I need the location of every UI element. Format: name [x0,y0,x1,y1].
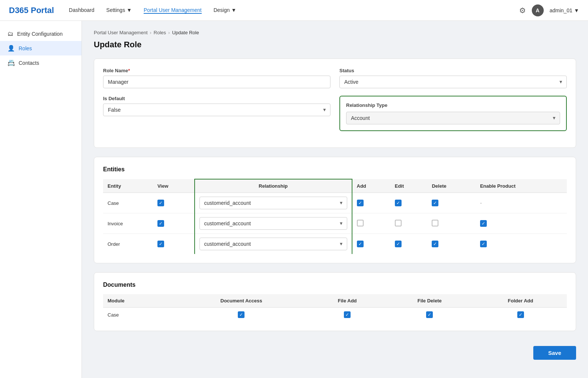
table-row: Invoice ✓ customerid_account ▼ [103,213,567,234]
sidebar-item-contacts[interactable]: 📇 Contacts [0,55,82,70]
table-row: Case ✓ ✓ ✓ ✓ [103,308,567,322]
col-document-access: Document Access [173,294,310,308]
add-checkbox[interactable] [357,220,364,226]
relationship-type-select[interactable]: Account Contact [346,112,560,124]
add-checkbox[interactable]: ✓ [357,241,364,247]
breadcrumb-separator: › [168,30,170,35]
status-group: Status Active Inactive ▼ [339,68,567,88]
cell-add: ✓ [352,234,390,254]
form-row-2: Is Default False True ▼ Relationship Typ… [103,96,567,131]
cell-view: ✓ [153,213,195,234]
col-folder-add: Folder Add [474,294,567,308]
status-select-wrapper: Active Inactive ▼ [339,76,567,88]
cell-module: Case [103,308,173,322]
cell-entity: Order [103,234,153,254]
is-default-select-wrapper: False True ▼ [103,104,330,116]
is-default-label: Is Default [103,96,330,101]
cell-edit: ✓ [390,193,428,213]
role-name-input[interactable] [103,76,330,88]
role-name-group: Role Name* [103,68,330,88]
cell-relationship: customerid_account ▼ [195,234,352,254]
top-navigation: D365 Portal Dashboard Settings ▼ Portal … [0,0,588,21]
cell-delete: ✓ [427,193,475,213]
main-content: Portal User Management › Roles › Update … [82,21,588,378]
is-default-group: Is Default False True ▼ [103,96,330,131]
roles-icon: 👤 [7,45,15,52]
file-add-checkbox[interactable]: ✓ [344,311,351,318]
is-default-select[interactable]: False True [103,104,330,116]
required-indicator: * [128,68,130,73]
breadcrumb-current: Update Role [172,30,199,35]
save-button[interactable]: Save [533,346,576,360]
cell-edit [390,213,428,234]
edit-checkbox[interactable]: ✓ [395,241,402,247]
col-enable-product: Enable Product [476,179,567,193]
cell-delete [427,213,475,234]
cell-view: ✓ [153,234,195,254]
cell-edit: ✓ [390,234,428,254]
status-select[interactable]: Active Inactive [339,76,567,88]
relationship-type-select-wrapper: Account Contact ▼ [346,112,560,124]
delete-checkbox[interactable]: ✓ [432,241,438,247]
relationship-type-group: Relationship Type Account Contact ▼ [339,96,567,131]
edit-checkbox[interactable]: ✓ [395,200,402,206]
nav-design[interactable]: Design ▼ [214,7,236,14]
document-access-checkbox[interactable]: ✓ [238,311,245,318]
relationship-select-wrapper: customerid_account ▼ [199,238,347,250]
sidebar-item-entity-configuration[interactable]: 🗂 Entity Configuration [0,27,82,41]
relationship-select-wrapper: customerid_account ▼ [199,217,347,230]
col-file-delete: File Delete [385,294,474,308]
enable-product-checkbox[interactable]: ✓ [480,241,487,247]
nav-settings[interactable]: Settings ▼ [106,7,132,14]
nav-portal-user-management[interactable]: Portal User Management [144,7,202,14]
chevron-down-icon: ▼ [127,7,132,13]
documents-table: Module Document Access File Add File Del… [103,294,567,322]
edit-checkbox[interactable] [395,220,402,226]
cell-entity: Invoice [103,213,153,234]
col-relationship: Relationship [195,179,352,193]
role-name-label: Role Name* [103,68,330,73]
view-checkbox[interactable]: ✓ [157,200,164,206]
file-delete-checkbox[interactable]: ✓ [426,311,433,318]
sidebar-item-roles[interactable]: 👤 Roles [0,41,82,55]
chevron-down-icon: ▼ [231,7,236,13]
sidebar: 🗂 Entity Configuration 👤 Roles 📇 Contact… [0,21,82,378]
cell-folder-add: ✓ [474,308,567,322]
cell-enable-product: ✓ [476,234,567,254]
cell-relationship: customerid_account ▼ [195,193,352,213]
user-menu[interactable]: admin_01 ▼ [550,7,579,13]
col-delete: Delete [427,179,475,193]
col-module: Module [103,294,173,308]
relationship-select[interactable]: customerid_account [199,197,347,209]
breadcrumb-separator: › [150,30,151,35]
nav-dashboard[interactable]: Dashboard [69,7,95,14]
relationship-select-wrapper: customerid_account ▼ [199,197,347,209]
entities-table-header: Entity View Relationship Add Edit Delete… [103,179,567,193]
delete-checkbox[interactable]: ✓ [432,200,438,206]
avatar: A [532,4,544,16]
brand-logo: D365 Portal [9,6,54,15]
add-checkbox[interactable]: ✓ [357,200,364,206]
save-button-row: Save [94,340,576,363]
cell-add: ✓ [352,193,390,213]
cell-file-delete: ✓ [385,308,474,322]
relationship-select[interactable]: customerid_account [199,217,347,230]
relationship-select[interactable]: customerid_account [199,238,347,250]
view-checkbox[interactable]: ✓ [157,241,164,247]
folder-add-checkbox[interactable]: ✓ [517,311,524,318]
table-row: Case ✓ customerid_account ▼ ✓ [103,193,567,213]
page-title: Update Role [94,40,576,50]
col-entity: Entity [103,179,153,193]
breadcrumb-portal-user-management[interactable]: Portal User Management [94,30,148,35]
entities-table-body: Case ✓ customerid_account ▼ ✓ [103,193,567,254]
delete-checkbox[interactable] [432,220,438,226]
cell-view: ✓ [153,193,195,213]
documents-table-body: Case ✓ ✓ ✓ ✓ [103,308,567,322]
breadcrumb-roles[interactable]: Roles [154,30,166,35]
col-view: View [153,179,195,193]
cell-delete: ✓ [427,234,475,254]
settings-gear-icon[interactable]: ⚙ [519,6,526,15]
view-checkbox[interactable]: ✓ [157,220,164,227]
contacts-icon: 📇 [7,59,15,66]
enable-product-checkbox[interactable]: ✓ [480,220,487,227]
